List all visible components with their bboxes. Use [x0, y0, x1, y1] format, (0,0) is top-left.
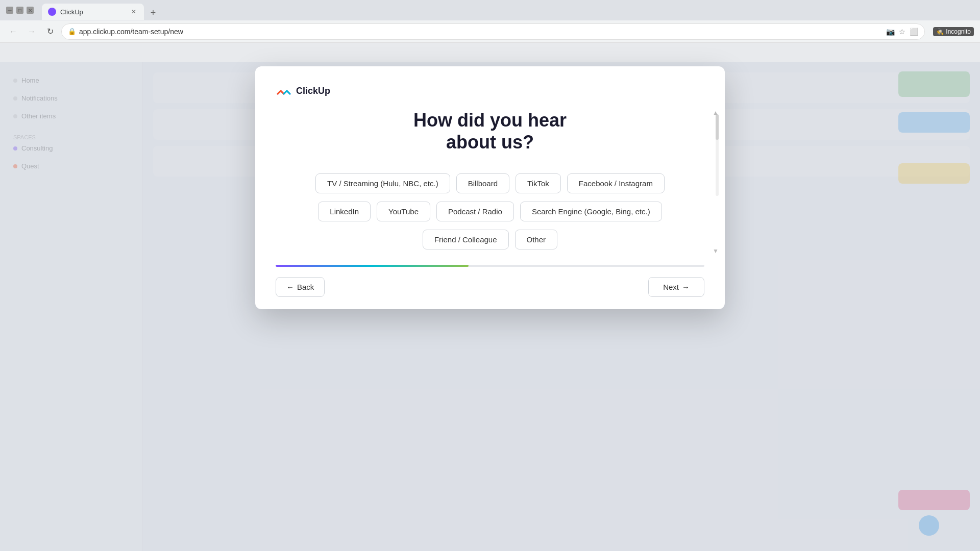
option-search[interactable]: Search Engine (Google, Bing, etc.)	[520, 202, 662, 221]
modal-scroll-container: ▲ ▼ How did you hearabout us? TV / Strea…	[255, 99, 725, 265]
option-friend[interactable]: Friend / Colleague	[423, 230, 509, 249]
tab-favicon	[48, 8, 56, 16]
minimize-button[interactable]: ─	[6, 7, 13, 14]
star-icon: ☆	[899, 28, 905, 36]
scrollbar-track	[716, 114, 719, 196]
profile-area: 🕵 Incognito	[933, 27, 974, 36]
forward-nav-button[interactable]: →	[24, 24, 39, 39]
next-button-label: Next	[663, 283, 679, 291]
clickup-logo: ClickUp	[276, 83, 330, 99]
logo-text: ClickUp	[296, 86, 330, 96]
modal-body: How did you hearabout us? TV / Streaming…	[255, 99, 725, 265]
option-tiktok[interactable]: TikTok	[516, 173, 561, 193]
active-tab[interactable]: ClickUp ✕	[42, 4, 144, 20]
camera-icon: 📷	[886, 28, 895, 36]
new-tab-button[interactable]: +	[146, 6, 160, 20]
back-button-label: Back	[297, 283, 314, 291]
next-arrow-icon: →	[682, 283, 690, 291]
maximize-button[interactable]: □	[16, 7, 23, 14]
scroll-up-arrow[interactable]: ▲	[713, 109, 719, 116]
progress-bar-fill	[276, 265, 469, 267]
question-title: How did you hearabout us?	[276, 109, 704, 153]
option-billboard[interactable]: Billboard	[456, 173, 509, 193]
logo-icon	[276, 83, 292, 99]
tab-bar: ClickUp ✕ +	[42, 1, 974, 20]
modal-footer: ← Back Next →	[255, 265, 725, 309]
options-row-2: LinkedIn YouTube Podcast / Radio Search …	[318, 202, 662, 221]
nav-bar: ← → ↻ 🔒 app.clickup.com/team-setup/new 📷…	[0, 20, 980, 43]
options-container: TV / Streaming (Hulu, NBC, etc.) Billboa…	[276, 173, 704, 249]
title-bar: ─ □ ✕ ClickUp ✕ +	[0, 0, 980, 20]
option-linkedin[interactable]: LinkedIn	[318, 202, 371, 221]
how-did-you-hear-modal: ClickUp ▲ ▼ How did you hearabout us? TV…	[255, 66, 725, 309]
progress-bar-container	[276, 265, 704, 267]
option-other[interactable]: Other	[515, 230, 558, 249]
option-tv[interactable]: TV / Streaming (Hulu, NBC, etc.)	[315, 173, 450, 193]
options-row-3: Friend / Colleague Other	[423, 230, 557, 249]
back-nav-button[interactable]: ←	[6, 24, 20, 39]
options-row-1: TV / Streaming (Hulu, NBC, etc.) Billboa…	[315, 173, 665, 193]
tab-title: ClickUp	[60, 8, 126, 16]
modal-header: ClickUp	[255, 66, 725, 99]
incognito-badge: 🕵 Incognito	[933, 27, 974, 36]
option-youtube[interactable]: YouTube	[377, 202, 430, 221]
tab-close-button[interactable]: ✕	[130, 8, 138, 16]
option-podcast[interactable]: Podcast / Radio	[436, 202, 514, 221]
scrollbar-thumb	[716, 114, 719, 140]
scroll-down-arrow[interactable]: ▼	[713, 247, 719, 255]
footer-buttons: ← Back Next →	[276, 277, 704, 297]
lock-icon: 🔒	[68, 28, 76, 35]
close-button[interactable]: ✕	[27, 7, 34, 14]
browser-chrome: ─ □ ✕ ClickUp ✕ + ← → ↻ 🔒 app.clickup.co…	[0, 0, 980, 43]
incognito-icon: 🕵	[936, 28, 944, 35]
back-button[interactable]: ← Back	[276, 277, 325, 297]
window-controls: ─ □ ✕	[6, 7, 34, 14]
next-button[interactable]: Next →	[648, 277, 704, 297]
profile-switcher-icon: ⬜	[910, 28, 918, 36]
back-arrow-icon: ←	[286, 283, 294, 291]
address-bar[interactable]: 🔒 app.clickup.com/team-setup/new 📷 ☆ ⬜	[61, 23, 925, 40]
url-text: app.clickup.com/team-setup/new	[79, 28, 883, 36]
address-bar-icons: 📷 ☆ ⬜	[886, 28, 918, 36]
reload-button[interactable]: ↻	[43, 24, 57, 39]
incognito-label: Incognito	[946, 28, 971, 35]
option-facebook[interactable]: Facebook / Instagram	[567, 173, 665, 193]
